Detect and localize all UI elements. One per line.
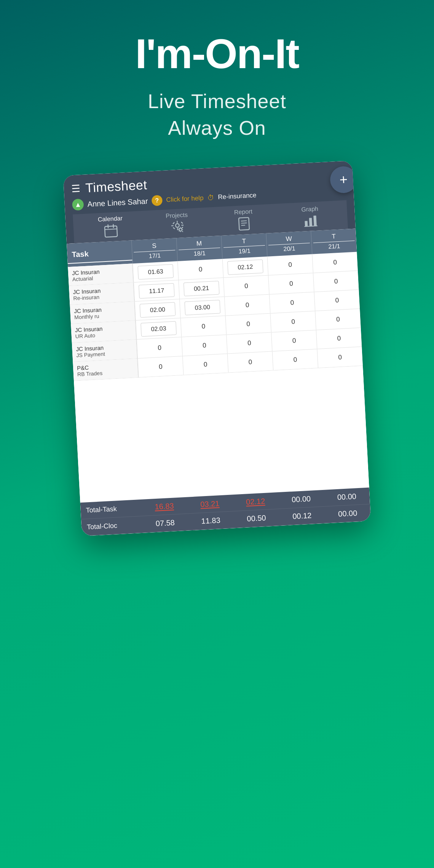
svg-rect-12 bbox=[313, 216, 317, 226]
day-date-w: 20/1 bbox=[283, 245, 295, 253]
day-letter-s: S bbox=[133, 241, 175, 253]
value-cell-2-4: 0 bbox=[314, 290, 360, 311]
value-plain-0-4: 0 bbox=[333, 258, 337, 266]
value-cell-5-1: 0 bbox=[182, 354, 228, 375]
clock-icon: ⏱ bbox=[207, 194, 214, 202]
value-input-2-1[interactable]: 03.00 bbox=[185, 300, 220, 315]
svg-rect-6 bbox=[238, 218, 249, 230]
value-plain-1-2: 0 bbox=[244, 282, 249, 290]
tab-calendar[interactable]: Calendar bbox=[77, 211, 145, 243]
value-cell-1-2: 0 bbox=[223, 276, 269, 297]
value-plain-2-2: 0 bbox=[245, 301, 249, 309]
value-input-1-0[interactable]: 11.17 bbox=[139, 283, 174, 299]
day-letter-w: W bbox=[268, 234, 310, 246]
total-task-val-1: 03.21 bbox=[187, 499, 233, 510]
day-date-t1: 19/1 bbox=[238, 247, 251, 255]
task-cell-1: JC InsuranRe-insuran bbox=[69, 283, 134, 305]
day-col-t2: T 21/1 bbox=[311, 229, 357, 254]
value-plain-1-4: 0 bbox=[334, 278, 338, 285]
value-cell-1-0: 11.17 bbox=[134, 280, 179, 301]
value-plain-2-3: 0 bbox=[290, 299, 294, 306]
day-col-t1: T 19/1 bbox=[221, 233, 267, 259]
day-col-w: W 20/1 bbox=[266, 231, 312, 257]
value-cell-5-3: 0 bbox=[272, 349, 318, 370]
reinsurance-text: Re-insurance bbox=[218, 191, 257, 201]
tab-graph-label: Graph bbox=[301, 206, 318, 213]
day-date-m: 18/1 bbox=[193, 250, 206, 258]
hamburger-icon[interactable]: ☰ bbox=[71, 183, 80, 194]
app-title: Timesheet bbox=[85, 177, 147, 195]
total-cloc-val-0: 07.58 bbox=[142, 518, 188, 529]
report-icon bbox=[238, 217, 251, 231]
total-cloc-val-4: 00.00 bbox=[325, 508, 371, 519]
value-cell-4-4: 0 bbox=[316, 328, 362, 349]
day-letter-t1: T bbox=[223, 236, 265, 248]
total-task-label: Total-Task bbox=[80, 504, 142, 515]
value-cell-2-0: 02.00 bbox=[134, 299, 180, 320]
total-cloc-val-2: 00.50 bbox=[233, 513, 279, 524]
value-plain-5-3: 0 bbox=[293, 356, 297, 364]
svg-line-8 bbox=[241, 223, 247, 223]
value-cell-0-0: 01.63 bbox=[132, 262, 178, 282]
svg-point-4 bbox=[175, 224, 179, 228]
value-cell-3-3: 0 bbox=[270, 311, 316, 332]
total-cloc-val-1: 11.83 bbox=[188, 515, 234, 527]
empty-space bbox=[74, 366, 369, 503]
help-button[interactable]: ? bbox=[152, 195, 163, 206]
svg-rect-0 bbox=[104, 226, 117, 238]
value-cell-4-2: 0 bbox=[226, 333, 272, 354]
value-cell-2-3: 0 bbox=[269, 292, 315, 313]
value-cell-0-4: 0 bbox=[312, 252, 357, 273]
day-date-t2: 21/1 bbox=[328, 243, 340, 251]
value-plain-3-3: 0 bbox=[291, 318, 295, 326]
day-date-s: 17/1 bbox=[149, 252, 161, 260]
value-input-0-2[interactable]: 02.12 bbox=[227, 259, 263, 275]
task-cell-3: JC InsuranUR Auto bbox=[71, 321, 136, 343]
tab-report[interactable]: Report bbox=[210, 204, 278, 236]
value-cell-4-3: 0 bbox=[271, 330, 317, 351]
value-plain-3-1: 0 bbox=[201, 322, 206, 330]
value-cell-4-0: 0 bbox=[137, 337, 182, 358]
total-cloc-label: Total-Cloc bbox=[81, 520, 143, 531]
value-input-2-0[interactable]: 02.00 bbox=[140, 302, 176, 318]
day-col-s: S 17/1 bbox=[131, 238, 177, 264]
value-cell-2-1: 03.00 bbox=[179, 297, 225, 318]
hero-title: I'm-On-It bbox=[135, 30, 299, 77]
value-input-0-0[interactable]: 01.63 bbox=[138, 264, 174, 280]
task-cell-4: JC InsuranJS Payment bbox=[72, 340, 137, 362]
task-cell-2: JC InsuranMonthly ru bbox=[70, 302, 136, 324]
total-task-val-4: 00.00 bbox=[324, 491, 370, 503]
day-letter-t2: T bbox=[313, 232, 355, 243]
value-plain-4-2: 0 bbox=[247, 339, 252, 347]
value-input-1-1[interactable]: 00.21 bbox=[183, 281, 219, 296]
value-plain-4-1: 0 bbox=[203, 341, 207, 349]
gear-icon bbox=[170, 220, 185, 235]
avatar: ▲ bbox=[72, 199, 84, 211]
total-task-val-0: 16.83 bbox=[141, 501, 187, 512]
user-name: Anne Lines Sahar bbox=[87, 197, 148, 209]
value-cell-2-2: 0 bbox=[224, 295, 270, 316]
value-cell-1-4: 0 bbox=[313, 271, 359, 292]
value-cell-0-3: 0 bbox=[267, 254, 313, 275]
tab-calendar-label: Calendar bbox=[97, 215, 123, 223]
svg-line-1 bbox=[105, 229, 117, 230]
tab-graph[interactable]: Graph bbox=[276, 201, 344, 233]
svg-line-9 bbox=[241, 225, 245, 226]
value-cell-3-2: 0 bbox=[225, 314, 271, 335]
svg-line-13 bbox=[304, 226, 317, 227]
value-plain-4-4: 0 bbox=[337, 335, 341, 342]
user-icon: ▲ bbox=[74, 201, 81, 209]
value-cell-1-1: 00.21 bbox=[178, 278, 224, 299]
tab-report-label: Report bbox=[234, 208, 252, 216]
value-plain-5-1: 0 bbox=[203, 361, 207, 368]
tab-projects-label: Projects bbox=[166, 212, 188, 220]
value-plain-4-3: 0 bbox=[292, 337, 296, 345]
total-task-val-3: 00.00 bbox=[278, 494, 324, 505]
help-text: Click for help bbox=[166, 195, 204, 204]
value-input-3-0[interactable]: 02.03 bbox=[140, 321, 176, 337]
hero-subtitle: Live Timesheet Always On bbox=[148, 88, 286, 141]
value-plain-0-1: 0 bbox=[198, 266, 203, 273]
tab-projects[interactable]: Projects bbox=[143, 207, 211, 240]
value-cell-3-0: 02.03 bbox=[136, 318, 181, 339]
value-plain-0-3: 0 bbox=[288, 261, 292, 268]
